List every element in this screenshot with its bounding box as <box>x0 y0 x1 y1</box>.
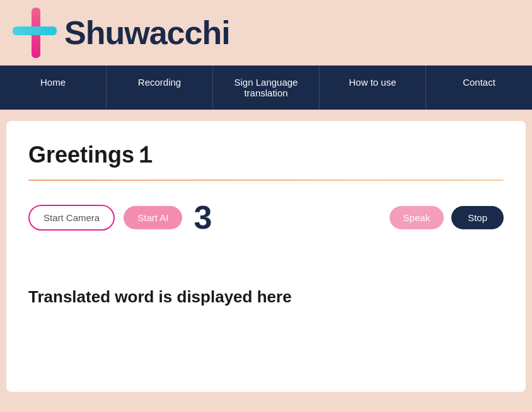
right-controls: Speak Stop <box>390 206 504 229</box>
nav-item-recording[interactable]: Recording <box>107 66 213 110</box>
app-title: Shuwacchi <box>64 14 230 52</box>
translated-text: Translated word is displayed here <box>28 287 504 308</box>
logo-icon <box>13 8 57 58</box>
nav-item-sign-language[interactable]: Sign Language translation <box>213 66 320 110</box>
controls-row: Start Camera Start AI 3 Speak Stop <box>28 198 504 236</box>
nav-item-how-to-use[interactable]: How to use <box>320 66 426 110</box>
nav-item-home[interactable]: Home <box>0 66 107 110</box>
main-content: Greetings１ Start Camera Start AI 3 Speak… <box>6 121 526 392</box>
nav-item-contact[interactable]: Contact <box>426 66 532 110</box>
title-divider <box>28 180 504 181</box>
countdown-display: 3 <box>194 198 212 236</box>
header: Shuwacchi <box>0 0 532 66</box>
main-nav: Home Recording Sign Language translation… <box>0 66 532 110</box>
stop-button[interactable]: Stop <box>451 206 504 229</box>
logo-cross-horizontal <box>13 26 57 35</box>
start-ai-button[interactable]: Start AI <box>124 206 182 229</box>
page-title: Greetings１ <box>28 140 504 171</box>
start-camera-button[interactable]: Start Camera <box>28 205 115 231</box>
speak-button[interactable]: Speak <box>390 206 444 229</box>
